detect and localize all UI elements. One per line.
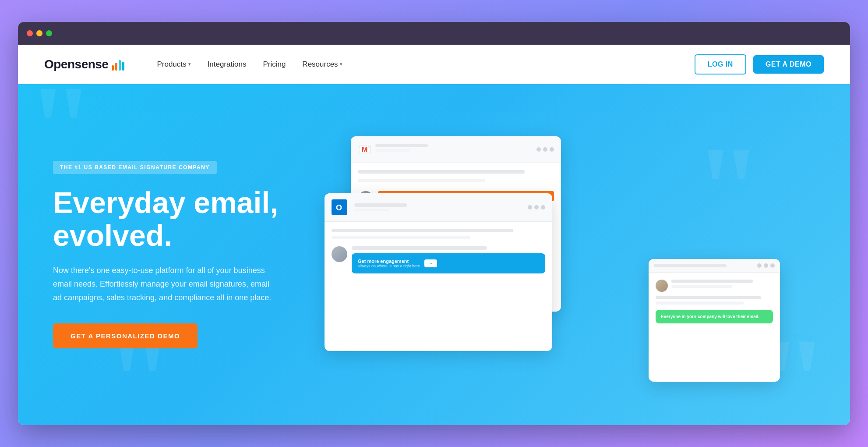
cta-button[interactable]: GET A PERSONALIZED DEMO — [53, 323, 198, 348]
bar3 — [119, 60, 121, 71]
avatar-outlook — [332, 246, 347, 262]
outlook-card-header: O — [325, 193, 552, 222]
hero-content: THE #1 US BASED EMAIL SIGNATURE COMPANY … — [53, 161, 307, 348]
engagement-title: Get more engagement — [358, 259, 420, 264]
win-dot-2 — [543, 147, 547, 152]
win-dot-t1 — [757, 263, 762, 268]
svg-text:O: O — [336, 203, 342, 212]
hero-description: Now there's one easy-to-use platform for… — [53, 264, 272, 304]
avatar-third — [656, 280, 668, 292]
nav-item-integrations[interactable]: Integrations — [201, 57, 253, 72]
win-dot-t2 — [764, 263, 768, 268]
chevron-down-icon-2: ▾ — [340, 61, 342, 67]
gmail-card-header: M — [351, 136, 561, 163]
nav-item-pricing[interactable]: Pricing — [257, 57, 292, 72]
green-message-box: Everyone in your company will love their… — [656, 310, 773, 323]
hero-section: " " " " THE #1 US BASED EMAIL SIGNATURE … — [18, 84, 850, 425]
engagement-box: Get more engagement Always on where is h… — [352, 253, 545, 273]
nav-links: Products ▾ Integrations Pricing Resource… — [151, 57, 694, 72]
traffic-light-red[interactable] — [27, 30, 33, 36]
engagement-btn[interactable]: → — [424, 259, 437, 267]
nav-actions: LOG IN GET A DEMO — [695, 54, 824, 74]
hero-badge: THE #1 US BASED EMAIL SIGNATURE COMPANY — [53, 161, 217, 174]
engagement-content: Get more engagement Always on where is h… — [358, 259, 420, 268]
bar4 — [122, 62, 124, 71]
navbar: Opensense Products ▾ Integrations Pricin… — [18, 45, 850, 84]
outlook-card-body: Get more engagement Always on where is h… — [325, 222, 552, 287]
third-card-body: Everyone in your company will love their… — [649, 273, 780, 330]
window-controls — [536, 147, 554, 152]
logo-icon — [112, 58, 124, 71]
third-card: Everyone in your company will love their… — [649, 259, 780, 382]
engagement-sub: Always on where is has a right here — [358, 264, 420, 268]
traffic-light-yellow[interactable] — [36, 30, 42, 36]
win-dot-t3 — [770, 263, 775, 268]
chevron-down-icon: ▾ — [188, 61, 191, 67]
nav-item-resources[interactable]: Resources ▾ — [296, 57, 348, 72]
win-dot-o3 — [541, 205, 545, 209]
bar2 — [115, 63, 117, 71]
traffic-light-green[interactable] — [46, 30, 52, 36]
bar1 — [112, 65, 114, 71]
outlook-icon: O — [332, 199, 347, 215]
hero-title: Everyday email, evolved. — [53, 186, 307, 252]
win-dot-1 — [536, 147, 541, 152]
svg-text:M: M — [362, 146, 367, 153]
get-demo-button[interactable]: GET A DEMO — [753, 55, 824, 74]
window-controls-third — [757, 263, 775, 268]
nav-item-products[interactable]: Products ▾ — [151, 57, 197, 72]
browser-chrome — [18, 22, 850, 45]
outlook-card: O — [325, 193, 552, 351]
win-dot-3 — [550, 147, 554, 152]
gmail-icon: M — [358, 142, 372, 156]
win-dot-o1 — [528, 205, 532, 209]
window-controls-outlook — [528, 205, 545, 209]
hero-illustration: M — [325, 123, 815, 386]
logo[interactable]: Opensense — [44, 57, 124, 71]
email-content-outlook: Get more engagement Always on where is h… — [352, 246, 545, 273]
third-card-header — [649, 259, 780, 273]
browser-window: Opensense Products ▾ Integrations Pricin… — [18, 22, 850, 425]
win-dot-o2 — [534, 205, 539, 209]
logo-text: Opensense — [44, 57, 108, 71]
email-row-outlook: Get more engagement Always on where is h… — [332, 246, 545, 273]
login-button[interactable]: LOG IN — [695, 54, 746, 74]
